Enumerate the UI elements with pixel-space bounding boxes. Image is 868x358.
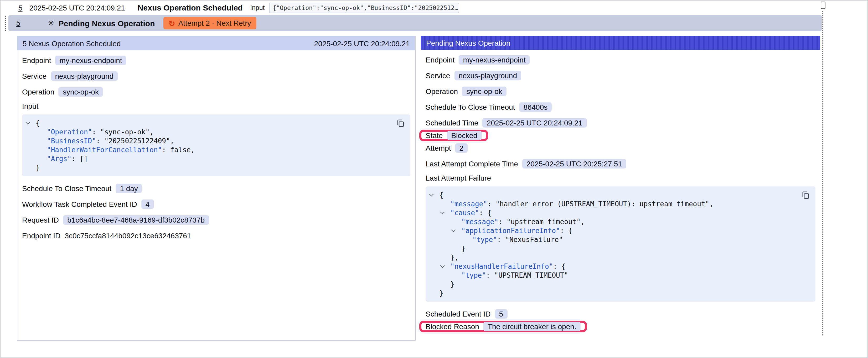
pending-operation-panel: Pending Nexus Operation Endpointmy-nexus… <box>421 36 820 337</box>
field-row-service: Servicenexus-playground <box>426 70 521 82</box>
field-label: Blocked Reason <box>426 322 479 331</box>
pending-fields-after: Scheduled Event ID5Blocked ReasonThe cir… <box>426 308 815 332</box>
field-label: Operation <box>22 88 54 96</box>
field-label: Scheduled Event ID <box>426 310 491 318</box>
field-row-state: StateBlocked <box>419 130 488 141</box>
nexus-scheduled-panel-body: Endpointmy-nexus-endpointServicenexus-pl… <box>17 51 415 250</box>
field-label: Endpoint <box>426 56 455 64</box>
field-value-badge: b1c6a4bc-8ee7-468a-9169-df3b02c8737b <box>63 215 209 225</box>
panel-title: Pending Nexus Operation <box>426 39 510 47</box>
event-row-scheduled[interactable]: 5 2025-02-25 UTC 20:24:09.21 Nexus Opera… <box>1 1 820 15</box>
retry-icon: ↻ <box>169 19 175 27</box>
temporal-event-history-screen: 5 2025-02-25 UTC 20:24:09.21 Nexus Opera… <box>0 0 868 358</box>
field-row-service: Servicenexus-playground <box>22 70 118 82</box>
field-row-attempt: Attempt2 <box>426 142 468 154</box>
copy-icon[interactable] <box>801 191 810 200</box>
field-value-badge: nexus-playground <box>454 71 521 80</box>
collapse-chevron-icon[interactable] <box>26 120 30 125</box>
field-value-badge: 2025-02-25 UTC 20:25:27.51 <box>522 159 626 168</box>
field-value-badge: 5 <box>495 309 507 319</box>
field-label: Last Attempt Complete Time <box>426 160 518 168</box>
copy-icon[interactable] <box>396 119 405 128</box>
field-label: Service <box>426 71 450 80</box>
input-preview-chip[interactable]: {"Operation":"sync-op-ok","BusinessID":"… <box>269 2 459 13</box>
field-row-schedule-to-close-timeout: Schedule To Close Timeout86400s <box>426 101 552 113</box>
field-label: Schedule To Close Timeout <box>22 184 112 193</box>
field-label: Request ID <box>22 216 59 224</box>
field-value-badge: sync-op-ok <box>59 87 103 97</box>
pending-fields: Endpointmy-nexus-endpointServicenexus-pl… <box>426 54 815 169</box>
panel-timestamp: 2025-02-25 UTC 20:24:09.21 <box>314 39 410 47</box>
field-value-badge: 4 <box>141 199 154 209</box>
field-value-badge: nexus-playground <box>51 71 118 81</box>
field-row-endpoint: Endpointmy-nexus-endpoint <box>426 54 530 66</box>
field-value-badge: The circuit breaker is open. <box>484 322 581 331</box>
input-section-label: Input <box>22 102 410 110</box>
field-value-badge: Blocked <box>447 131 482 140</box>
field-label: Endpoint <box>22 56 51 65</box>
field-label: State <box>426 131 443 140</box>
field-value-badge: 1 day <box>116 184 142 193</box>
event-timestamp: 2025-02-25 UTC 20:24:09.21 <box>29 3 125 12</box>
field-row-workflow-task-completed-event-id: Workflow Task Completed Event ID4 <box>22 198 154 210</box>
field-row-endpoint: Endpointmy-nexus-endpoint <box>22 55 126 66</box>
pending-asterisk-icon: ✳ <box>48 19 54 28</box>
fields-top: Endpointmy-nexus-endpointServicenexus-pl… <box>22 55 410 98</box>
field-value-badge: sync-op-ok <box>462 87 506 96</box>
field-row-scheduled-event-id: Scheduled Event ID5 <box>426 308 507 320</box>
field-value-badge: 86400s <box>519 102 552 112</box>
nexus-scheduled-panel: 5 Nexus Operation Scheduled 2025-02-25 U… <box>17 36 415 341</box>
collapse-chevron-icon[interactable] <box>451 228 456 232</box>
field-label: Schedule To Close Timeout <box>426 103 515 111</box>
panel-title: 5 Nexus Operation Scheduled <box>23 39 121 47</box>
scrollbar-thumb[interactable] <box>821 2 826 9</box>
field-label: Scheduled Time <box>426 119 478 127</box>
json-viewer: {"message": "handler error (UPSTREAM_TIM… <box>431 191 810 298</box>
field-row-last-attempt-complete-time: Last Attempt Complete Time2025-02-25 UTC… <box>426 158 626 169</box>
nexus-scheduled-panel-header: 5 Nexus Operation Scheduled 2025-02-25 U… <box>17 36 415 51</box>
collapse-chevron-icon[interactable] <box>429 192 434 197</box>
field-label: Service <box>22 72 46 80</box>
failure-section-label: Last Attempt Failure <box>426 174 815 182</box>
field-value-badge: 2 <box>455 143 468 153</box>
event-title: Nexus Operation Scheduled <box>138 3 243 12</box>
field-label: Workflow Task Completed Event ID <box>22 200 137 208</box>
field-label: Attempt <box>426 144 451 152</box>
collapse-chevron-icon[interactable] <box>440 263 445 268</box>
pending-operation-panel-header: Pending Nexus Operation <box>421 36 820 50</box>
field-row-operation: Operationsync-op-ok <box>22 86 103 98</box>
failure-json-block: {"message": "handler error (UPSTREAM_TIM… <box>426 186 815 302</box>
fields-bottom: Schedule To Close Timeout1 dayWorkflow T… <box>22 183 410 241</box>
field-row-operation: Operationsync-op-ok <box>426 86 506 97</box>
event-row-pending[interactable]: 5 ✳ Pending Nexus Operation ↻ Attempt 2 … <box>8 15 822 31</box>
collapse-chevron-icon[interactable] <box>440 210 445 215</box>
field-value-link[interactable]: 3c0c75ccfa8144b092c13ce632463761 <box>65 231 191 240</box>
field-row-schedule-to-close-timeout: Schedule To Close Timeout1 day <box>22 183 142 194</box>
field-label: Operation <box>426 87 458 96</box>
timeline-dotted-line <box>5 14 6 31</box>
event-id-link[interactable]: 5 <box>19 3 23 12</box>
input-json-block: {"Operation": "sync-op-ok","BusinessID":… <box>22 115 410 176</box>
attempt-badge-label: Attempt 2 · Next Retry <box>178 19 251 27</box>
field-label: Endpoint ID <box>22 231 60 240</box>
json-viewer: {"Operation": "sync-op-ok","BusinessID":… <box>27 119 405 172</box>
attempt-retry-badge: ↻ Attempt 2 · Next Retry <box>163 17 256 29</box>
field-row-endpoint-id: Endpoint ID3c0c75ccfa8144b092c13ce632463… <box>22 230 191 241</box>
pending-operation-panel-body: Endpointmy-nexus-endpointServicenexus-pl… <box>421 50 820 337</box>
input-label: Input <box>250 4 265 11</box>
field-row-blocked-reason: Blocked ReasonThe circuit breaker is ope… <box>419 321 587 332</box>
field-row-scheduled-time: Scheduled Time2025-02-25 UTC 20:24:09.21 <box>426 117 587 129</box>
field-value-badge: 2025-02-25 UTC 20:24:09.21 <box>483 118 587 128</box>
scroll-dotted-line <box>822 11 823 335</box>
field-row-request-id: Request IDb1c6a4bc-8ee7-468a-9169-df3b02… <box>22 214 209 226</box>
pending-title: Pending Nexus Operation <box>59 19 155 28</box>
field-value-badge: my-nexus-endpoint <box>459 55 530 65</box>
field-value-badge: my-nexus-endpoint <box>56 56 126 65</box>
event-id-link[interactable]: 5 <box>16 19 21 27</box>
